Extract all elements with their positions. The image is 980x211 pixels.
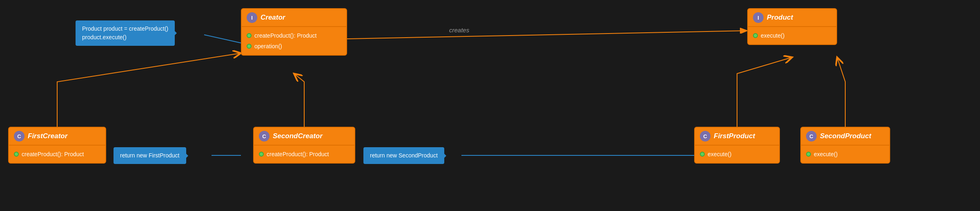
product-name: Product xyxy=(767,13,793,22)
first-creator-method-0: createProduct(): Product xyxy=(14,149,100,159)
creates-label: creates xyxy=(449,27,469,34)
tooltip-second-creator-text: return new SecondProduct xyxy=(370,152,438,159)
creator-header: I Creator xyxy=(242,9,346,27)
second-product-box: C SecondProduct execute() xyxy=(800,127,890,164)
product-header: I Product xyxy=(748,9,836,27)
second-product-method-0: execute() xyxy=(806,149,884,159)
first-product-header: C FirstProduct xyxy=(695,128,779,146)
second-product-name: SecondProduct xyxy=(820,132,871,140)
first-product-box: C FirstProduct execute() xyxy=(694,127,780,164)
dot xyxy=(14,152,19,157)
creator-method-1: operation() xyxy=(247,41,341,52)
dot xyxy=(247,44,252,49)
creator-body: createProduct(): Product operation() xyxy=(242,27,346,55)
dot xyxy=(806,152,811,157)
second-product-header: C SecondProduct xyxy=(801,128,889,146)
tooltip-creator-line2: product.execute() xyxy=(82,34,127,40)
product-box: I Product execute() xyxy=(747,8,837,45)
first-product-method-0: execute() xyxy=(700,149,774,159)
second-creator-header: C SecondCreator xyxy=(254,128,354,146)
second-creator-badge: C xyxy=(259,131,270,141)
svg-line-0 xyxy=(347,31,747,39)
diagram-container: I Creator createProduct(): Product opera… xyxy=(0,0,980,211)
product-method-0: execute() xyxy=(753,30,831,41)
dot xyxy=(700,152,705,157)
product-badge: I xyxy=(753,12,764,23)
tooltip-second-creator: return new SecondProduct xyxy=(363,147,444,164)
first-creator-body: createProduct(): Product xyxy=(9,146,105,163)
first-creator-header: C FirstCreator xyxy=(9,128,105,146)
second-creator-method-0: createProduct(): Product xyxy=(259,149,350,159)
dot xyxy=(259,152,264,157)
dot xyxy=(753,33,758,38)
svg-line-1 xyxy=(204,35,241,43)
tooltip-creator: Product product = createProduct() produc… xyxy=(76,20,175,46)
tooltip-first-creator-text: return new FirstProduct xyxy=(120,152,180,159)
tooltip-first-creator: return new FirstProduct xyxy=(114,147,186,164)
second-creator-body: createProduct(): Product xyxy=(254,146,354,163)
first-creator-badge: C xyxy=(14,131,24,141)
second-product-badge: C xyxy=(806,131,817,141)
second-creator-name: SecondCreator xyxy=(273,132,323,140)
second-creator-box: C SecondCreator createProduct(): Product xyxy=(253,127,355,164)
tooltip-creator-line1: Product product = createProduct() xyxy=(82,25,168,32)
creator-method-0: createProduct(): Product xyxy=(247,30,341,41)
product-body: execute() xyxy=(748,27,836,44)
first-product-name: FirstProduct xyxy=(714,132,755,140)
dot xyxy=(247,33,252,38)
creator-name: Creator xyxy=(261,13,285,22)
first-creator-name: FirstCreator xyxy=(28,132,67,140)
first-product-badge: C xyxy=(700,131,710,141)
second-product-body: execute() xyxy=(801,146,889,163)
first-creator-box: C FirstCreator createProduct(): Product xyxy=(8,127,106,164)
first-product-body: execute() xyxy=(695,146,779,163)
creator-badge: I xyxy=(247,12,257,23)
creator-box: I Creator createProduct(): Product opera… xyxy=(241,8,347,56)
